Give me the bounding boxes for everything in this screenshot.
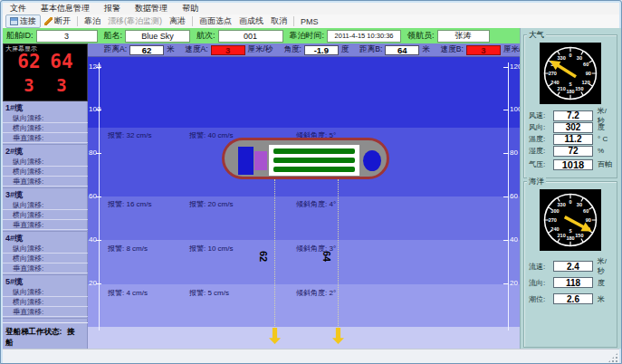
- ocean-group: 海洋 030 6090 120150 180210 240270: [523, 181, 617, 348]
- temperature-unit: ° C: [598, 135, 608, 143]
- toolbar-separator: [192, 16, 193, 26]
- cable-5-lateral: 横向漂移:: [3, 297, 88, 307]
- menu-data-mgmt[interactable]: 数据管理: [128, 3, 175, 14]
- speed-b-value: 3: [466, 45, 501, 55]
- svg-text:0: 0: [569, 199, 571, 205]
- distance-a-unit: 米: [167, 44, 175, 55]
- distance-a-led: 62: [17, 51, 40, 72]
- menu-basic-info[interactable]: 基本信息管理: [33, 3, 97, 14]
- ship-name-label: 船名:: [104, 30, 123, 42]
- cancel-button[interactable]: 取消: [267, 15, 291, 27]
- current-direction-gauge: 030 6090 120150 180210 240270 300330 S: [540, 189, 601, 251]
- chart-area: 距离A: 62 米 速度A: 3 厘米/秒 角度: -1.9 度 距离B: 64…: [88, 43, 520, 349]
- svg-text:330: 330: [558, 55, 566, 61]
- connect-label: 连接: [20, 15, 36, 27]
- speed-a-led: 3: [24, 75, 33, 95]
- cable-1-header: 1#缆: [3, 101, 88, 113]
- svg-text:270: 270: [549, 217, 557, 223]
- axis-tick-40-r: 40: [510, 236, 518, 244]
- berth-time-field[interactable]: 2011-4-15 10:30:36: [327, 30, 401, 43]
- disconnect-icon: [44, 17, 53, 25]
- pilot-field[interactable]: 张涛: [437, 30, 490, 43]
- humidity-label: 湿度:: [529, 146, 553, 156]
- draw-line-button[interactable]: 画成线: [235, 15, 267, 27]
- ship-id-label: 船舶ID:: [6, 30, 33, 42]
- svg-text:210: 210: [558, 233, 566, 238]
- cable-3-header: 3#缆: [3, 188, 88, 200]
- atmosphere-title: 大气: [527, 30, 546, 39]
- big-screen-display: 大屏幕显示 62 64 3 3: [3, 43, 88, 101]
- app-window: 文件 基本信息管理 报警 数据管理 帮助 连接 断开 靠泊 漂移(靠泊监测) 离…: [0, 0, 622, 364]
- svg-text:120: 120: [582, 80, 590, 85]
- disconnect-button[interactable]: 断开: [41, 15, 74, 27]
- drift-monitor-button: 漂移(靠泊监测): [104, 15, 166, 27]
- distance-a-label: 距离A:: [104, 44, 127, 55]
- departure-button[interactable]: 离港: [166, 15, 189, 27]
- cable-5-header: 5#缆: [3, 275, 88, 287]
- pilot-label: 领航员:: [407, 30, 435, 42]
- svg-text:270: 270: [549, 71, 557, 76]
- tide-level-label: 潮位:: [529, 294, 553, 304]
- measure-bar: 距离A: 62 米 速度A: 3 厘米/秒 角度: -1.9 度 距离B: 64…: [88, 43, 520, 57]
- cable-group-4: 4#缆 纵向漂移: 横向漂移: 垂直漂移:: [3, 232, 88, 275]
- svg-text:S: S: [569, 229, 571, 234]
- pick-point-button[interactable]: 画面选点: [196, 15, 235, 27]
- resize-grip[interactable]: [608, 352, 618, 363]
- svg-text:240: 240: [550, 226, 559, 232]
- angle-value: -1.9: [304, 45, 339, 55]
- voyage-field[interactable]: 001: [218, 30, 283, 43]
- svg-text:240: 240: [550, 80, 559, 85]
- menu-alarm[interactable]: 报警: [97, 3, 128, 14]
- cargo-stripe: [273, 148, 355, 154]
- connect-button[interactable]: 连接: [5, 14, 41, 28]
- cable-4-lateral: 横向漂移:: [3, 254, 88, 263]
- left-panel: 大屏幕显示 62 64 3 3 1#缆 纵向漂移: 横向漂移: 垂直漂移: 2#…: [3, 43, 88, 349]
- ladder-status-label: 登船梯工作状态:: [5, 327, 62, 336]
- ship-diagram: [222, 138, 389, 179]
- measure-line-a-label: 62: [258, 251, 269, 262]
- cable-3-lateral: 横向漂移:: [3, 210, 88, 220]
- svg-text:300: 300: [550, 208, 559, 214]
- ocean-title: 海洋: [527, 177, 546, 186]
- cable-4-vertical: 垂直漂移:: [3, 263, 88, 273]
- cable-4-header: 4#缆: [3, 232, 88, 244]
- tide-level-unit: 米: [598, 294, 605, 304]
- wind-dir-unit: 度: [598, 122, 605, 132]
- cable-5-vertical: 垂直漂移:: [3, 307, 88, 317]
- current-speed-label: 流速:: [529, 262, 553, 272]
- distance-b-value: 64: [385, 45, 419, 55]
- atmosphere-group: 大气 030 6090 120150 180210 240270: [523, 34, 617, 178]
- cable-1-lateral: 横向漂移:: [3, 123, 88, 133]
- ship-name-field[interactable]: Blue Sky: [125, 30, 190, 43]
- svg-text:30: 30: [577, 202, 582, 207]
- distance-a-value: 62: [129, 45, 164, 55]
- svg-text:210: 210: [558, 86, 566, 91]
- svg-text:0: 0: [569, 53, 571, 58]
- svg-text:90: 90: [586, 217, 591, 223]
- speed-b-led: 3: [56, 75, 66, 95]
- wind-direction-gauge: 030 6090 120150 180210 240270 300330 S: [540, 43, 601, 104]
- menu-file[interactable]: 文件: [3, 3, 33, 14]
- speed-a-value: 3: [211, 45, 245, 55]
- cable-group-2: 2#缆 纵向漂移: 横向漂移: 垂直漂移:: [3, 145, 88, 188]
- svg-text:60: 60: [583, 208, 589, 214]
- ship-id-field[interactable]: 3: [36, 30, 98, 43]
- cable-group-5: 5#缆 纵向漂移: 横向漂移: 垂直漂移:: [3, 275, 88, 319]
- alarm-row-3: 报警: 8 cm/s报警: 10 cm/s倾斜角度: 3°: [88, 244, 520, 253]
- cable-2-longitudinal: 纵向漂移:: [3, 157, 88, 167]
- berth-button[interactable]: 靠泊: [81, 15, 104, 27]
- cable-2-lateral: 横向漂移:: [3, 167, 88, 177]
- pressure-value: 1018: [553, 159, 593, 170]
- current-dir-unit: 度: [598, 278, 605, 288]
- menu-help[interactable]: 帮助: [175, 3, 206, 14]
- svg-text:180: 180: [566, 235, 574, 241]
- pressure-label: 气压:: [529, 159, 553, 169]
- voyage-label: 航次:: [196, 30, 215, 42]
- axis-tick-120-r: 120: [510, 63, 520, 71]
- pms-button[interactable]: PMS: [297, 15, 322, 27]
- angle-unit: 度: [341, 44, 349, 55]
- toolbar: 连接 断开 靠泊 漂移(靠泊监测) 离港 画面选点 画成线 取消 PMS: [3, 14, 619, 29]
- ship-bow-tank: [363, 150, 381, 171]
- wind-dir-label: 风向:: [529, 122, 553, 132]
- wind-speed-label: 风速:: [529, 110, 553, 120]
